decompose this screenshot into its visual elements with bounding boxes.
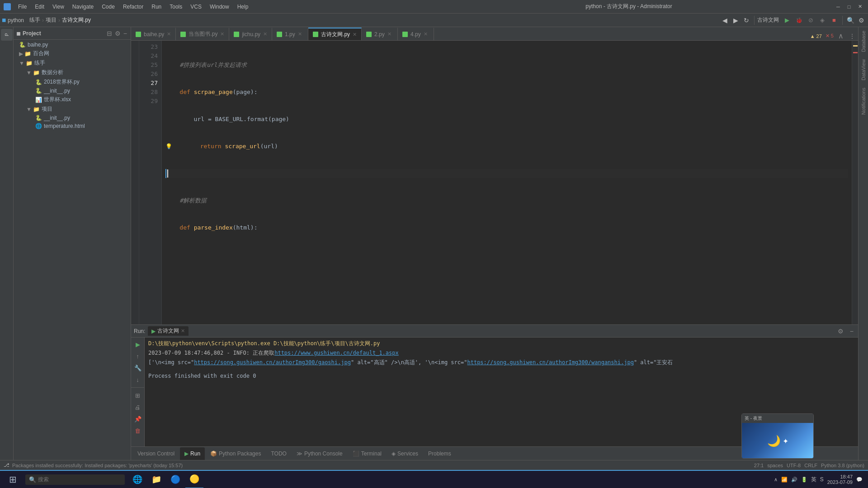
profile-button[interactable]: ◈	[817, 15, 828, 26]
search-button[interactable]: 🔍	[845, 15, 855, 25]
run-expand-button[interactable]: ⊞	[133, 390, 143, 400]
menu-code[interactable]: Code	[98, 3, 118, 11]
maximize-button[interactable]: □	[844, 2, 854, 11]
run-print-button[interactable]: 🖨	[133, 402, 143, 412]
close-tab-2py[interactable]: ✕	[387, 31, 392, 37]
tab-terminal[interactable]: ⬛ Terminal	[348, 447, 386, 460]
taskbar-chrome[interactable]: 🔵	[166, 470, 184, 488]
close-tab-jichu[interactable]: ✕	[263, 31, 267, 37]
run-trash-button[interactable]: 🗑	[133, 426, 143, 436]
taskbar-pycharm[interactable]: 🟡	[185, 470, 203, 488]
close-tab-4py[interactable]: ✕	[424, 31, 428, 37]
tree-item-baihe[interactable]: 🐍 baihe.py	[14, 41, 131, 49]
navigate-back-button[interactable]: ◀	[720, 15, 730, 25]
tray-network[interactable]: 📶	[781, 477, 788, 483]
run-pin-button[interactable]: 📌	[133, 414, 143, 424]
run-execute-button[interactable]: ▶	[133, 339, 143, 349]
collapse-editor-button[interactable]: ∧	[835, 32, 846, 40]
tab-problems[interactable]: Problems	[424, 447, 456, 460]
breadcrumb-item-0[interactable]: 练手	[29, 16, 40, 24]
tray-ime[interactable]: S	[820, 476, 824, 483]
run-link-gaoshi[interactable]: https://song.gushiwen.cn/authorImg300/ga…	[194, 359, 351, 366]
taskbar-explorer[interactable]: 📁	[147, 470, 165, 488]
tray-battery[interactable]: 🔋	[801, 477, 807, 483]
bulb-icon[interactable]: 💡	[165, 142, 172, 151]
tab-version-control[interactable]: Version Control	[133, 447, 179, 460]
menu-help[interactable]: Help	[234, 3, 252, 11]
tray-arrow[interactable]: ∧	[774, 477, 778, 483]
tab-gushiwen[interactable]: 古诗文网.py ✕	[308, 28, 362, 40]
dataview-tab[interactable]: DataView	[859, 56, 868, 84]
close-tab-gushiwen[interactable]: ✕	[353, 32, 357, 38]
tray-lang[interactable]: 英	[811, 476, 816, 483]
breadcrumb-item-1[interactable]: 项目	[46, 16, 57, 24]
sync-button[interactable]: ↻	[741, 15, 751, 25]
system-clock[interactable]: 18:47 2023-07-09	[827, 474, 853, 485]
close-panel-button[interactable]: −	[123, 29, 128, 38]
run-link-wanganshi[interactable]: https://song.gushiwen.cn/authorImg300/wa…	[467, 359, 633, 366]
notifications-tab[interactable]: Notifications	[859, 84, 868, 118]
run-wrench-button[interactable]: 🔧	[133, 363, 143, 373]
tab-python-console[interactable]: ≫ Python Console	[292, 447, 347, 460]
taskbar-search[interactable]: 🔍	[25, 474, 125, 485]
menu-run[interactable]: Run	[148, 3, 165, 11]
start-button[interactable]: ⊞	[2, 470, 24, 488]
settings-button[interactable]: ⚙	[856, 15, 866, 25]
tab-dangdang[interactable]: 当当图书.py ✕	[176, 28, 229, 40]
tab-1py[interactable]: 1.py ✕	[272, 28, 308, 40]
menu-tools[interactable]: Tools	[166, 3, 186, 11]
tree-item-init2[interactable]: 🐍 __init__.py	[14, 114, 131, 122]
menu-navigate[interactable]: Navigate	[69, 3, 97, 11]
close-tab-1py[interactable]: ✕	[298, 31, 302, 37]
menu-edit[interactable]: Edit	[31, 3, 48, 11]
menu-vcs[interactable]: VCS	[187, 3, 205, 11]
status-encoding[interactable]: UTF-8	[787, 463, 801, 468]
run-scroll-button[interactable]: ↓	[133, 375, 143, 385]
status-spaces[interactable]: spaces	[767, 463, 783, 468]
status-crlf[interactable]: CRLF	[804, 463, 817, 468]
notification-button[interactable]: 💬	[856, 477, 863, 483]
menu-view[interactable]: View	[49, 3, 68, 11]
close-tab-dangdang[interactable]: ✕	[220, 31, 224, 37]
run-settings-button[interactable]: ⚙	[836, 327, 845, 336]
status-python[interactable]: Python 3.8 (python)	[821, 463, 864, 468]
debug-button[interactable]: 🐞	[793, 15, 804, 26]
run-button[interactable]: ▶	[782, 15, 793, 26]
tab-2py[interactable]: 2.py ✕	[362, 28, 398, 40]
tree-item-2018[interactable]: 🐍 2018世界杯.py	[14, 77, 131, 87]
menu-refactor[interactable]: Refactor	[119, 3, 147, 11]
tree-item-lian-folder[interactable]: ▼ 📁 练手	[14, 58, 131, 68]
coverage-button[interactable]: ⊘	[805, 15, 816, 26]
tree-item-baihe-folder[interactable]: ▶ 📁 百合网	[14, 49, 131, 58]
code-scrollbar[interactable]	[852, 41, 858, 324]
run-tab-gushiwen[interactable]: ▶ 古诗文网 ✕	[148, 326, 189, 336]
tab-run[interactable]: ▶ Run	[180, 447, 205, 460]
project-tool-button[interactable]: P	[1, 29, 13, 41]
tab-jichu[interactable]: jichu.py ✕	[229, 28, 272, 40]
run-tab-close[interactable]: ✕	[181, 328, 185, 334]
tab-4py[interactable]: 4.py ✕	[398, 28, 434, 40]
menu-file[interactable]: File	[14, 3, 30, 11]
tree-item-data-folder[interactable]: ▼ 📁 数据分析	[14, 68, 131, 77]
database-tab[interactable]: Database	[859, 27, 868, 56]
run-rerun-button[interactable]: ↑	[133, 351, 143, 361]
tab-todo[interactable]: TODO	[266, 447, 291, 460]
collapse-all-button[interactable]: ⊟	[106, 29, 113, 38]
stop-button[interactable]: ■	[829, 15, 840, 26]
run-close-button[interactable]: −	[848, 327, 855, 336]
taskbar-edge[interactable]: 🌐	[128, 470, 146, 488]
settings-panel-button[interactable]: ⚙	[114, 29, 122, 38]
tray-volume[interactable]: 🔊	[791, 477, 797, 483]
tab-python-packages[interactable]: 📦 Python Packages	[206, 447, 265, 460]
code-editor[interactable]: #拼接列表url并发起请求 def scrpae_page(page): url…	[162, 41, 852, 324]
tree-item-xlsx[interactable]: 📊 世界杯.xlsx	[14, 95, 131, 104]
close-button[interactable]: ✕	[855, 2, 864, 11]
run-link-gushiwen[interactable]: https://www.gushiwen.cn/default_1.aspx	[274, 350, 399, 356]
tab-services[interactable]: ◈ Services	[387, 447, 423, 460]
tree-item-init1[interactable]: 🐍 __init__.py	[14, 87, 131, 95]
status-line-col[interactable]: 27:1	[754, 463, 764, 468]
taskbar-search-input[interactable]	[38, 476, 119, 483]
breadcrumb-item-2[interactable]: 古诗文网.py	[62, 16, 91, 24]
minimize-button[interactable]: ─	[834, 2, 843, 11]
tree-item-project-folder[interactable]: ▼ 📁 项目	[14, 104, 131, 114]
